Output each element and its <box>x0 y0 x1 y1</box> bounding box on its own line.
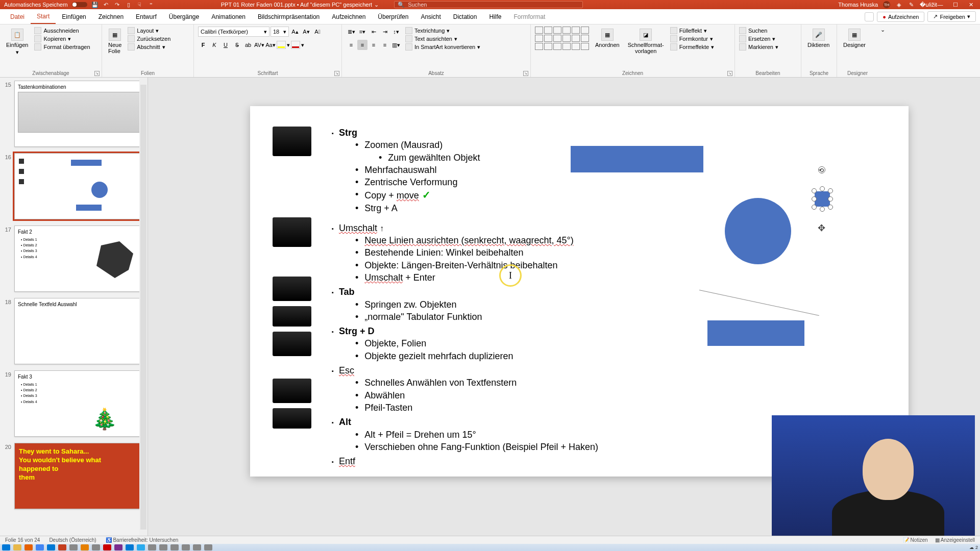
highlight-color-button[interactable] <box>277 41 286 49</box>
outdent-button[interactable]: ⇤ <box>369 27 379 37</box>
tab-bildschirm[interactable]: Bildschirmpräsentation <box>252 10 326 23</box>
tab-entwurf[interactable]: Entwurf <box>130 10 163 23</box>
close-icon[interactable]: ✕ <box>966 2 976 8</box>
tab-ansicht[interactable]: Ansicht <box>414 10 447 23</box>
taskbar-app-icon[interactable] <box>204 544 212 550</box>
justify-button[interactable]: ≡ <box>380 40 390 50</box>
user-name[interactable]: Thomas Hruska <box>838 2 878 8</box>
bullets-button[interactable]: ≣▾ <box>346 27 356 37</box>
thumb-slide-19[interactable]: Fakt 3 • Details 1• Details 2• Details 3… <box>14 370 143 437</box>
shapes-gallery[interactable] <box>535 27 589 50</box>
arrange-button[interactable]: ▦Anordnen <box>593 27 622 50</box>
taskbar-app-icon[interactable] <box>103 544 111 550</box>
status-notes[interactable]: 📝 Notizen <box>903 537 928 543</box>
share-button[interactable]: ↗Freigeben▾ <box>927 11 976 22</box>
status-language[interactable]: Deutsch (Österreich) <box>49 537 96 543</box>
resize-handle[interactable] <box>828 205 833 210</box>
align-center-button[interactable]: ≡ <box>357 40 368 50</box>
reset-button[interactable]: Zurücksetzen <box>128 35 170 43</box>
weather-icon[interactable]: ☁ 2 <box>969 545 978 550</box>
undo-icon[interactable]: ↶ <box>103 1 110 8</box>
tab-dictation[interactable]: Dictation <box>447 10 483 23</box>
taskbar-app-icon[interactable] <box>193 544 201 550</box>
status-accessibility[interactable]: ♿ Barrierefreiheit: Untersuchen <box>106 537 179 543</box>
paste-button[interactable]: 📋Einfügen▾ <box>4 27 30 58</box>
thumb-scrollbar[interactable] <box>139 78 148 537</box>
align-right-button[interactable]: ≡ <box>369 40 379 50</box>
spacing-button[interactable]: AV▾ <box>254 40 264 50</box>
taskbar-onenote-icon[interactable] <box>114 544 122 550</box>
decrease-font-icon[interactable]: A▾ <box>301 27 311 37</box>
shape-rectangle-1[interactable] <box>571 146 703 172</box>
italic-button[interactable]: K <box>209 40 219 50</box>
new-slide-button[interactable]: ▦Neue Folie <box>106 27 124 56</box>
taskbar-visio-icon[interactable] <box>126 544 134 550</box>
shadow-button[interactable]: ab <box>243 40 253 50</box>
copy-button[interactable]: Kopieren▾ <box>34 35 90 43</box>
rotate-handle[interactable]: ⟲ <box>818 166 825 173</box>
increase-font-icon[interactable]: A▴ <box>290 27 300 37</box>
thumb-slide-20[interactable]: They went to Sahara...You wouldn't belie… <box>14 443 143 509</box>
slide-text[interactable]: Strg Zoomen (Mausrad) Zum gewählten Obje… <box>332 124 598 467</box>
slide-thumbnails[interactable]: 15 Tastenkombinationen 16 17 Fakt 2 • De… <box>0 78 148 537</box>
thumb-slide-16[interactable] <box>14 153 143 219</box>
taskbar-chrome-icon[interactable] <box>36 544 44 550</box>
select-button[interactable]: Markieren▾ <box>739 43 778 51</box>
layout-button[interactable]: Layout▾ <box>128 27 170 35</box>
shape-fill-button[interactable]: Fülleffekt▾ <box>670 27 715 35</box>
font-color-button[interactable] <box>291 41 300 49</box>
find-button[interactable]: Suchen <box>739 27 778 35</box>
underline-button[interactable]: U <box>220 40 231 50</box>
taskbar-app-icon[interactable] <box>159 544 167 550</box>
columns-button[interactable]: ▥▾ <box>391 40 401 50</box>
resize-handle[interactable] <box>812 188 817 193</box>
user-avatar[interactable]: TH <box>883 1 890 8</box>
collapse-ribbon-icon[interactable]: ⌄ <box>878 24 887 77</box>
diamond-icon[interactable]: ◈ <box>895 1 902 8</box>
tab-animationen[interactable]: Animationen <box>205 10 252 23</box>
title-dropdown-icon[interactable]: ⌄ <box>374 2 379 8</box>
shape-outline-button[interactable]: Formkontur▾ <box>670 35 715 43</box>
minimize-icon[interactable]: — <box>935 2 945 8</box>
autosave-toggle[interactable] <box>72 2 87 7</box>
font-size-select[interactable]: 18▾ <box>271 27 289 37</box>
taskbar-firefox-icon[interactable] <box>24 544 33 550</box>
shape-rectangle-2[interactable] <box>707 320 804 346</box>
shape-line[interactable] <box>699 290 819 316</box>
align-left-button[interactable]: ≡ <box>346 40 356 50</box>
format-painter-button[interactable]: Format übertragen <box>34 43 90 51</box>
taskbar-app-icon[interactable] <box>148 544 156 550</box>
save-icon[interactable]: 💾 <box>91 1 99 8</box>
tab-aufzeichnen[interactable]: Aufzeichnen <box>326 10 372 23</box>
clipboard-launcher[interactable]: ↘ <box>94 71 100 76</box>
comments-icon[interactable] <box>865 12 874 21</box>
section-button[interactable]: Abschnitt▾ <box>128 43 170 51</box>
pen-icon[interactable]: ✎ <box>908 1 915 8</box>
resize-handle[interactable] <box>828 188 833 193</box>
cut-button[interactable]: Ausschneiden <box>34 27 90 35</box>
strike-button[interactable]: S̶ <box>232 40 242 50</box>
shape-effects-button[interactable]: Formeffekte▾ <box>670 43 715 51</box>
record-button[interactable]: ●Aufzeichnen <box>877 12 924 22</box>
redo-icon[interactable]: ↷ <box>114 1 121 8</box>
align-text-button[interactable]: Text ausrichten▾ <box>405 35 480 43</box>
tab-start[interactable]: Start <box>31 10 56 24</box>
tab-datei[interactable]: Datei <box>4 10 31 23</box>
draw-launcher[interactable]: ↘ <box>727 71 732 76</box>
font-name-select[interactable]: Calibri (Textkörper)▾ <box>198 27 270 37</box>
status-display[interactable]: ▦ Anzeigeeinstell <box>935 537 975 543</box>
shape-circle[interactable] <box>725 198 791 264</box>
tab-hilfe[interactable]: Hilfe <box>483 10 507 23</box>
taskbar-app-icon[interactable] <box>170 544 179 550</box>
quickstyles-button[interactable]: ◪Schnellformat- vorlagen <box>626 27 666 56</box>
text-direction-button[interactable]: Textrichtung▾ <box>405 27 480 35</box>
status-slide[interactable]: Folie 16 von 24 <box>5 537 40 543</box>
taskbar-app-icon[interactable] <box>69 544 78 550</box>
case-button[interactable]: Aa▾ <box>265 40 276 50</box>
taskbar-vlc-icon[interactable] <box>81 544 89 550</box>
start-button[interactable] <box>2 544 10 550</box>
taskbar[interactable]: ☁ 2 <box>0 544 980 551</box>
tab-einfuegen[interactable]: Einfügen <box>56 10 92 23</box>
thumb-slide-15[interactable]: Tastenkombinationen <box>14 81 143 147</box>
maximize-icon[interactable]: ☐ <box>950 2 961 8</box>
